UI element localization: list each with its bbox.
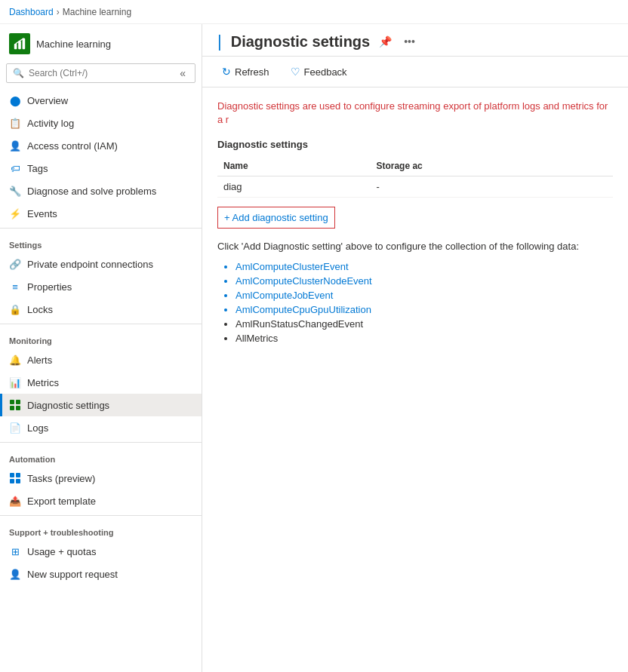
settings-section-label: Settings [0, 232, 202, 253]
search-input[interactable] [29, 68, 172, 78]
svg-rect-9 [10, 479, 14, 483]
help-text: Click 'Add Diagnostic setting' above to … [217, 241, 613, 252]
automation-section-label: Automation [0, 446, 202, 467]
sidebar-logo-text: Machine learning [36, 38, 111, 50]
list-item-2[interactable]: AmlComputeJobEvent [236, 288, 613, 302]
diagnostic-settings-icon [9, 399, 21, 411]
breadcrumb: Dashboard › Machine learning [0, 0, 628, 24]
breadcrumb-separator: › [57, 7, 60, 17]
private-endpoint-icon: 🔗 [9, 258, 21, 270]
sidebar: Machine learning 🔍 « ⬤ Overview 📋 Activi… [0, 24, 202, 672]
sidebar-item-events[interactable]: ⚡ Events [0, 202, 202, 225]
title-pipe: | [217, 32, 222, 51]
sidebar-item-alerts[interactable]: 🔔 Alerts [0, 348, 202, 371]
tasks-svg [9, 472, 21, 484]
sidebar-item-export-template[interactable]: 📤 Export template [0, 489, 202, 512]
sidebar-item-tags[interactable]: 🏷 Tags [0, 157, 202, 180]
logs-icon: 📄 [9, 422, 21, 434]
sidebar-item-properties[interactable]: ≡ Properties [0, 275, 202, 298]
sidebar-item-locks[interactable]: 🔒 Locks [0, 298, 202, 321]
svg-rect-7 [10, 473, 14, 477]
sidebar-label-tasks: Tasks (preview) [27, 473, 95, 484]
support-divider [0, 515, 202, 516]
sidebar-label-access-control: Access control (IAM) [27, 140, 118, 152]
sidebar-item-private-endpoint[interactable]: 🔗 Private endpoint connections [0, 253, 202, 275]
list-item-5: AllMetrics [236, 331, 613, 345]
more-button[interactable]: ••• [401, 32, 418, 51]
sidebar-label-overview: Overview [27, 95, 68, 106]
sidebar-item-diagnostic-settings[interactable]: Diagnostic settings [0, 394, 202, 416]
sidebar-item-access-control[interactable]: 👤 Access control (IAM) [0, 134, 202, 157]
refresh-button[interactable]: ↻ Refresh [217, 63, 274, 81]
sidebar-label-private-endpoint: Private endpoint connections [27, 259, 153, 270]
sidebar-label-logs: Logs [27, 422, 48, 434]
breadcrumb-home[interactable]: Dashboard [9, 7, 54, 17]
diagnostic-section-title: Diagnostic settings [217, 139, 613, 150]
sidebar-item-new-support[interactable]: 👤 New support request [0, 563, 202, 585]
svg-rect-4 [16, 400, 20, 404]
metrics-icon: 📊 [9, 376, 21, 388]
table-header-storage: Storage ac [370, 156, 613, 176]
sidebar-item-tasks[interactable]: Tasks (preview) [0, 467, 202, 489]
svg-rect-8 [16, 473, 20, 477]
sidebar-label-new-support: New support request [27, 569, 118, 580]
pin-button[interactable]: 📌 [376, 32, 395, 51]
access-control-icon: 👤 [9, 140, 21, 152]
sidebar-item-diagnose[interactable]: 🔧 Diagnose and solve problems [0, 180, 202, 202]
breadcrumb-current: Machine learning [63, 7, 131, 17]
sidebar-label-tags: Tags [27, 163, 48, 174]
export-template-icon: 📤 [9, 495, 21, 507]
add-diagnostic-setting-button[interactable]: + Add diagnostic setting [217, 207, 335, 229]
info-text: Diagnostic settings are used to configur… [217, 100, 613, 127]
content-area: | Diagnostic settings 📌 ••• ↻ Refresh ♡ … [202, 24, 628, 672]
list-item-3[interactable]: AmlComputeCpuGpuUtilization [236, 302, 613, 317]
support-section-label: Support + troubleshooting [0, 519, 202, 540]
tags-icon: 🏷 [9, 162, 21, 174]
diagnostic-table: Name Storage ac diag - [217, 156, 613, 198]
diag-svg [9, 399, 21, 411]
svg-rect-10 [16, 479, 20, 483]
sidebar-label-properties: Properties [27, 281, 72, 293]
sidebar-label-usage-quotas: Usage + quotas [27, 546, 96, 557]
new-support-icon: 👤 [9, 568, 21, 580]
sidebar-item-activity-log[interactable]: 📋 Activity log [0, 112, 202, 134]
sidebar-item-logs[interactable]: 📄 Logs [0, 416, 202, 439]
feedback-icon: ♡ [291, 66, 300, 78]
automation-divider [0, 442, 202, 443]
monitoring-section-label: Monitoring [0, 327, 202, 348]
alerts-icon: 🔔 [9, 354, 21, 366]
lock-icon: 🔒 [9, 303, 21, 315]
svg-rect-6 [16, 406, 20, 410]
monitoring-divider [0, 324, 202, 324]
diagnose-icon: 🔧 [9, 185, 21, 197]
sidebar-label-metrics: Metrics [27, 377, 59, 388]
events-icon: ⚡ [9, 207, 21, 219]
collapse-button[interactable]: « [177, 67, 189, 79]
toolbar: ↻ Refresh ♡ Feedback [202, 57, 628, 87]
feedback-label: Feedback [304, 66, 347, 78]
table-header-name: Name [217, 156, 370, 176]
sidebar-label-events: Events [27, 208, 57, 219]
search-box[interactable]: 🔍 « [6, 63, 195, 83]
overview-icon: ⬤ [9, 94, 21, 106]
svg-rect-0 [14, 44, 17, 49]
table-cell-name: diag [217, 176, 370, 198]
sidebar-label-alerts: Alerts [27, 354, 52, 366]
list-item-0[interactable]: AmlComputeClusterEvent [236, 259, 613, 274]
sidebar-logo: Machine learning [0, 24, 202, 60]
sidebar-item-overview[interactable]: ⬤ Overview [0, 89, 202, 112]
sidebar-label-diagnose: Diagnose and solve problems [27, 186, 156, 197]
feedback-button[interactable]: ♡ Feedback [286, 63, 352, 81]
sidebar-label-activity-log: Activity log [27, 118, 74, 129]
usage-quotas-icon: ⊞ [9, 545, 21, 557]
sidebar-item-usage-quotas[interactable]: ⊞ Usage + quotas [0, 540, 202, 563]
list-item-1[interactable]: AmlComputeClusterNodeEvent [236, 274, 613, 288]
add-setting-label: + Add diagnostic setting [224, 212, 328, 223]
search-icon: 🔍 [13, 68, 24, 78]
sidebar-item-metrics[interactable]: 📊 Metrics [0, 371, 202, 394]
table-row: diag - [217, 176, 613, 198]
content-header: | Diagnostic settings 📌 ••• [202, 24, 628, 57]
properties-icon: ≡ [9, 281, 21, 293]
svg-rect-3 [10, 400, 14, 404]
sidebar-label-locks: Locks [27, 304, 53, 315]
